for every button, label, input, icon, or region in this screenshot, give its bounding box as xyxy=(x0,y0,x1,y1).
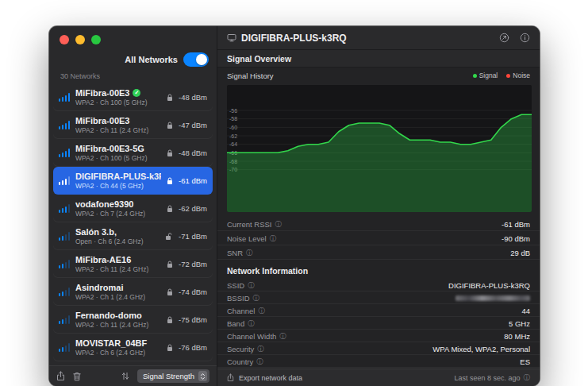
info-row-channel-width: Channel Widthⓘ 80 MHz xyxy=(217,330,540,342)
info-row-country: Countryⓘ ES xyxy=(217,355,540,368)
info-label: Security xyxy=(227,345,254,353)
export-icon xyxy=(227,373,234,382)
network-row-digifibra-plus-k3rq[interactable]: DIGIFIBRA-PLUS-k3RQ WPA2 · Ch 44 (5 GHz)… xyxy=(53,167,213,195)
info-icon[interactable]: ⓘ xyxy=(253,295,260,302)
info-icon[interactable]: ⓘ xyxy=(275,221,282,228)
signal-overview-header: Signal Overview xyxy=(217,50,540,68)
chevron-up-down-icon xyxy=(198,371,207,381)
info-icon[interactable]: ⓘ xyxy=(248,282,255,289)
svg-text:-64: -64 xyxy=(229,141,237,147)
network-row-mifibra-00e3-5g[interactable]: MiFibra-00E3-5G WPA2 · Ch 100 (5 GHz) -4… xyxy=(53,139,213,167)
network-row-salon-3b[interactable]: Salón 3.b, Open · Ch 6 (2.4 GHz) -71 dBm xyxy=(53,222,213,250)
network-row-fernando-domo[interactable]: Fernando-domo WPA2 · Ch 11 (2.4 GHz) -75… xyxy=(53,306,213,334)
signal-history-chart: -56-58-60-62-64-66-68-70 xyxy=(227,85,532,212)
info-icon[interactable]: ⓘ xyxy=(246,249,253,257)
detail-title: DIGIFIBRA-PLUS-k3RQ xyxy=(241,33,347,44)
network-row-asindromai[interactable]: Asindromai WPA2 · Ch 1 (2.4 GHz) -74 dBm xyxy=(53,278,213,306)
zoom-window-button[interactable] xyxy=(91,35,101,44)
stat-label: Current RSSI xyxy=(227,220,272,229)
network-rssi: -48 dBm xyxy=(177,93,207,102)
info-icon[interactable]: ⓘ xyxy=(256,358,263,365)
wifi-signal-icon xyxy=(59,260,70,268)
info-button[interactable] xyxy=(520,33,530,43)
sidebar-header: All Networks xyxy=(49,26,217,72)
info-label: Channel xyxy=(227,307,255,315)
bssid-redacted-value xyxy=(455,295,530,301)
network-detail: WPA2 · Ch 11 (2.4 GHz) xyxy=(75,321,161,329)
info-label: Channel Width xyxy=(227,332,276,341)
network-row-mifibra-00e3-5ghz[interactable]: MiFibra-00E3✓ WPA2 · Ch 100 (5 GHz) -48 … xyxy=(53,83,213,111)
toggle-knob xyxy=(196,54,207,65)
info-icon[interactable]: ⓘ xyxy=(257,345,264,353)
info-row-band: Bandⓘ 5 GHz xyxy=(217,317,540,330)
info-value: WPA Mixed, WPA2, Personal xyxy=(432,345,530,353)
connected-check-icon: ✓ xyxy=(133,89,140,97)
network-rssi: -48 dBm xyxy=(177,149,207,157)
lock-icon xyxy=(167,149,173,157)
network-detail: WPA2 · Ch 1 (2.4 GHz) xyxy=(75,293,161,301)
stat-row-current-rssi: Current RSSIⓘ -61 dBm xyxy=(217,217,540,231)
network-detail: WPA2 · Ch 11 (2.4 GHz) xyxy=(75,126,161,134)
stat-row-snr: SNRⓘ 29 dB xyxy=(217,245,540,260)
network-name: vodafone9390 xyxy=(75,199,161,209)
all-networks-toggle[interactable] xyxy=(183,52,209,67)
wifi-signal-icon xyxy=(59,232,70,241)
all-networks-label: All Networks xyxy=(125,55,178,64)
info-label: Country xyxy=(227,357,253,366)
detail-titlebar: DIGIFIBRA-PLUS-k3RQ xyxy=(217,26,540,50)
network-detail: WPA2 · Ch 7 (2.4 GHz) xyxy=(75,210,161,218)
sort-by-label: Signal Strength xyxy=(143,372,194,380)
signal-dot-icon xyxy=(473,74,477,78)
info-icon[interactable]: ⓘ xyxy=(270,235,277,242)
export-network-data-link[interactable]: Export network data xyxy=(239,374,302,382)
info-row-ssid: SSIDⓘ DIGIFIBRA-PLUS-k3RQ xyxy=(217,279,540,291)
wifi-signal-icon xyxy=(59,176,70,185)
info-value: 5 GHz xyxy=(509,319,530,328)
action-share-button[interactable] xyxy=(499,33,509,43)
trash-button[interactable] xyxy=(73,372,81,381)
share-button[interactable] xyxy=(56,371,65,381)
chart-legend: Signal Noise xyxy=(473,71,530,79)
stat-value: -61 dBm xyxy=(502,220,530,229)
stat-value: -90 dBm xyxy=(502,234,530,243)
lock-icon xyxy=(167,94,173,102)
info-row-security: Securityⓘ WPA Mixed, WPA2, Personal xyxy=(217,342,540,355)
info-label: Band xyxy=(227,319,244,328)
stat-label: SNR xyxy=(227,249,243,257)
network-row-vodafone9390[interactable]: vodafone9390 WPA2 · Ch 7 (2.4 GHz) -62 d… xyxy=(53,195,213,222)
network-device-icon xyxy=(227,33,236,42)
lock-icon xyxy=(167,177,173,185)
info-value: DIGIFIBRA-PLUS-k3RQ xyxy=(448,281,530,290)
sort-order-button[interactable] xyxy=(121,372,129,380)
sidebar-toolbar: Signal Strength xyxy=(49,365,217,386)
lock-icon xyxy=(167,344,173,352)
lock-icon xyxy=(167,316,173,324)
network-row-mifibra-00e3-24ghz[interactable]: MiFibra-00E3 WPA2 · Ch 11 (2.4 GHz) -47 … xyxy=(53,111,213,139)
signal-history-chart-wrap: -56-58-60-62-64-66-68-70 xyxy=(217,83,540,217)
network-row-mifibra-ae16[interactable]: MiFibra-AE16 WPA2 · Ch 11 (2.4 GHz) -72 … xyxy=(53,250,213,278)
network-rssi: -76 dBm xyxy=(177,343,207,352)
wifi-signal-icon xyxy=(59,149,70,157)
info-icon[interactable]: ⓘ xyxy=(279,333,286,340)
network-row-movistar-04bf[interactable]: MOVISTAR_04BF WPA2 · Ch 6 (2.4 GHz) -76 … xyxy=(53,334,213,361)
wifi-signal-icon xyxy=(59,288,70,296)
last-seen-status: Last seen 8 sec. agoⓘ xyxy=(454,374,530,382)
legend-noise: Noise xyxy=(506,71,530,79)
svg-text:-62: -62 xyxy=(229,133,237,139)
minimize-window-button[interactable] xyxy=(75,35,85,44)
network-detail: WPA2 · Ch 6 (2.4 GHz) xyxy=(75,349,161,357)
network-name: Fernando-domo xyxy=(75,311,161,320)
network-rssi: -62 dBm xyxy=(177,204,207,213)
close-window-button[interactable] xyxy=(60,35,69,44)
wifi-signal-icon xyxy=(59,93,70,102)
info-icon[interactable]: ⓘ xyxy=(248,320,255,327)
info-icon[interactable]: ⓘ xyxy=(258,307,265,315)
network-rssi: -47 dBm xyxy=(177,121,207,129)
info-icon[interactable]: ⓘ xyxy=(524,374,531,381)
svg-text:-58: -58 xyxy=(229,116,237,122)
stat-row-noise-level: Noise Levelⓘ -90 dBm xyxy=(217,231,540,245)
sidebar: All Networks 30 Networks MiFibra-00E3✓ W… xyxy=(49,26,217,386)
network-rssi: -75 dBm xyxy=(177,315,207,324)
info-row-channel: Channelⓘ 44 xyxy=(217,304,540,317)
sort-by-dropdown[interactable]: Signal Strength xyxy=(137,369,209,383)
